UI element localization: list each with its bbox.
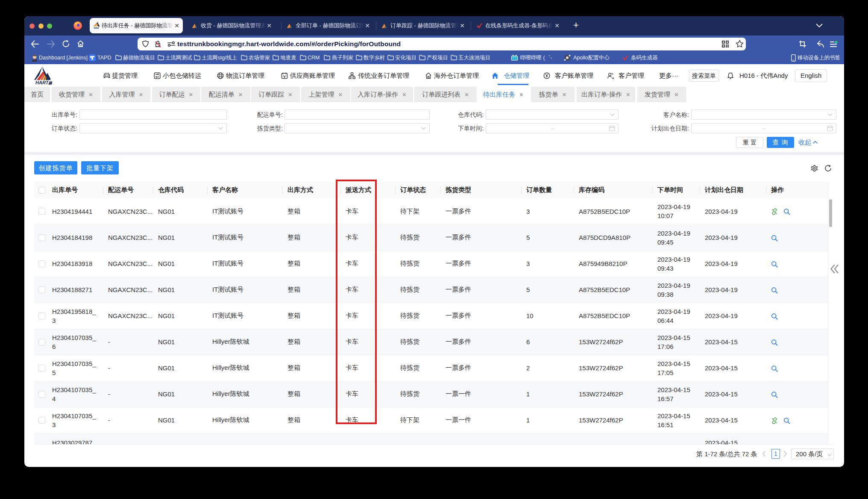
svg-text:HART赫德: HART赫德 xyxy=(35,80,52,85)
